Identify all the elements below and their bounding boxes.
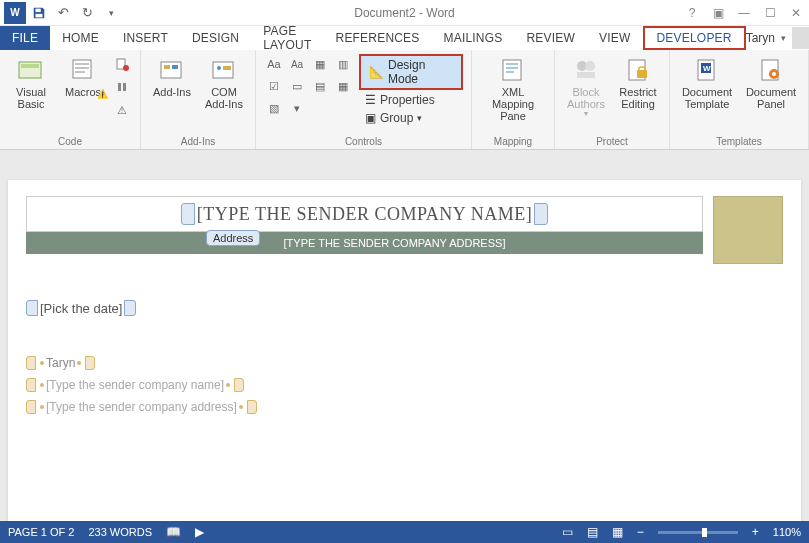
sender-address-field[interactable]: [Type the sender company address] [26, 400, 257, 414]
account-area[interactable]: Taryn ▾ [746, 26, 809, 50]
tab-design[interactable]: DESIGN [180, 26, 251, 50]
cc-handle-right[interactable] [247, 400, 257, 414]
tab-developer[interactable]: DEVELOPER [643, 26, 746, 50]
checkbox-control[interactable]: ☑ [264, 76, 284, 96]
restrict-editing-button[interactable]: Restrict Editing [615, 54, 661, 110]
properties-icon: ☰ [365, 93, 376, 107]
print-layout-button[interactable]: ▤ [587, 525, 598, 539]
close-button[interactable]: ✕ [787, 6, 805, 20]
combo-box-control[interactable]: ▭ [287, 76, 307, 96]
svg-rect-11 [172, 65, 178, 69]
group-templates: W Document Template Document Panel Templ… [670, 50, 809, 149]
tab-review[interactable]: REVIEW [514, 26, 587, 50]
warning-icon: ⚠️ [97, 90, 108, 100]
tab-home[interactable]: HOME [50, 26, 111, 50]
block-authors-button[interactable]: Block Authors ▾ [563, 54, 609, 119]
tab-file[interactable]: FILE [0, 26, 50, 50]
svg-rect-10 [164, 65, 170, 69]
save-button[interactable] [28, 2, 50, 24]
tab-mailings[interactable]: MAILINGS [432, 26, 515, 50]
redo-button[interactable]: ↻ [76, 2, 98, 24]
tab-insert[interactable]: INSERT [111, 26, 180, 50]
group-mapping: XML Mapping Pane Mapping [472, 50, 555, 149]
xml-mapping-button[interactable]: XML Mapping Pane [480, 54, 546, 122]
pause-recording-button[interactable] [112, 77, 132, 97]
addins-icon [157, 56, 187, 84]
group-icon: ▣ [365, 111, 376, 125]
word-icon[interactable]: W [4, 2, 26, 24]
group-addins: Add-Ins COM Add-Ins Add-Ins [141, 50, 256, 149]
svg-point-13 [217, 66, 221, 70]
visual-basic-button[interactable]: Visual Basic [8, 54, 54, 110]
cc-handle-left[interactable] [181, 203, 195, 225]
building-block-control[interactable]: ▥ [333, 54, 353, 74]
group-label-mapping: Mapping [480, 136, 546, 147]
logo-placeholder[interactable] [713, 196, 783, 264]
company-name-control[interactable]: [TYPE THE SENDER COMPANY NAME] [181, 203, 548, 225]
group-label-controls: Controls [264, 136, 463, 147]
group-label-code: Code [8, 136, 132, 147]
svg-text:W: W [703, 64, 711, 73]
cc-handle-right[interactable] [534, 203, 548, 225]
tab-references[interactable]: REFERENCES [324, 26, 432, 50]
design-mode-button[interactable]: 📐 Design Mode [359, 54, 463, 90]
addins-button[interactable]: Add-Ins [149, 54, 195, 98]
dropdown-control[interactable]: ▤ [310, 76, 330, 96]
sender-name-field[interactable]: Taryn [26, 356, 95, 370]
cc-handle-right[interactable] [85, 356, 95, 370]
vb-icon [16, 56, 46, 84]
macro-status-icon[interactable]: ▶ [195, 525, 204, 539]
word-count[interactable]: 233 WORDS [88, 526, 152, 538]
address-placeholder[interactable]: [TYPE THE SENDER COMPANY ADDRESS] [284, 237, 506, 249]
macro-security-button[interactable]: ⚠ [112, 100, 132, 120]
com-addins-button[interactable]: COM Add-Ins [201, 54, 247, 110]
read-mode-button[interactable]: ▭ [562, 525, 573, 539]
page-indicator[interactable]: PAGE 1 OF 2 [8, 526, 74, 538]
design-mode-icon: 📐 [369, 65, 384, 79]
svg-rect-4 [73, 60, 91, 78]
page: [TYPE THE SENDER COMPANY NAME] Address [… [8, 180, 801, 521]
zoom-level[interactable]: 110% [773, 526, 801, 538]
cc-handle-left[interactable] [26, 378, 36, 392]
help-button[interactable]: ? [683, 6, 701, 20]
window-title: Document2 - Word [354, 6, 454, 20]
cc-handle-right[interactable] [234, 378, 244, 392]
document-template-button[interactable]: W Document Template [678, 54, 736, 110]
zoom-slider[interactable] [658, 531, 738, 534]
document-area[interactable]: [TYPE THE SENDER COMPANY NAME] Address [… [0, 150, 809, 521]
zoom-out-button[interactable]: − [637, 525, 644, 539]
repeating-section-control[interactable]: ▧ [264, 98, 284, 118]
sender-company-field[interactable]: [Type the sender company name] [26, 378, 244, 392]
tab-page-layout[interactable]: PAGE LAYOUT [251, 26, 323, 50]
svg-rect-3 [21, 64, 39, 68]
cc-handle-left[interactable] [26, 356, 36, 370]
cc-handle-left[interactable] [26, 300, 38, 316]
plain-text-control[interactable]: Aa [287, 54, 307, 74]
qat-customize[interactable]: ▾ [100, 2, 122, 24]
date-picker-field[interactable]: [Pick the date] [26, 300, 136, 316]
web-layout-button[interactable]: ▦ [612, 525, 623, 539]
undo-button[interactable]: ↶ [52, 2, 74, 24]
xml-icon [498, 56, 528, 84]
group-control-button[interactable]: ▣ Group ▾ [359, 110, 463, 126]
date-picker-control[interactable]: ▦ [333, 76, 353, 96]
macros-icon: ⚠️ [68, 56, 98, 84]
cc-handle-right[interactable] [124, 300, 136, 316]
spellcheck-button[interactable]: 📖 [166, 525, 181, 539]
properties-button[interactable]: ☰ Properties [359, 92, 463, 108]
minimize-button[interactable]: — [735, 6, 753, 20]
macros-button[interactable]: ⚠️ Macros [60, 54, 106, 98]
ribbon-display-button[interactable]: ▣ [709, 6, 727, 20]
block-authors-icon [571, 56, 601, 84]
record-macro-button[interactable] [112, 54, 132, 74]
document-panel-button[interactable]: Document Panel [742, 54, 800, 110]
rich-text-control[interactable]: Aa [264, 54, 284, 74]
svg-rect-1 [36, 13, 43, 17]
zoom-in-button[interactable]: + [752, 525, 759, 539]
tab-view[interactable]: VIEW [587, 26, 642, 50]
picture-control[interactable]: ▦ [310, 54, 330, 74]
maximize-button[interactable]: ☐ [761, 6, 779, 20]
address-control-tag[interactable]: Address [206, 230, 260, 246]
legacy-tools[interactable]: ▾ [287, 98, 307, 118]
cc-handle-left[interactable] [26, 400, 36, 414]
